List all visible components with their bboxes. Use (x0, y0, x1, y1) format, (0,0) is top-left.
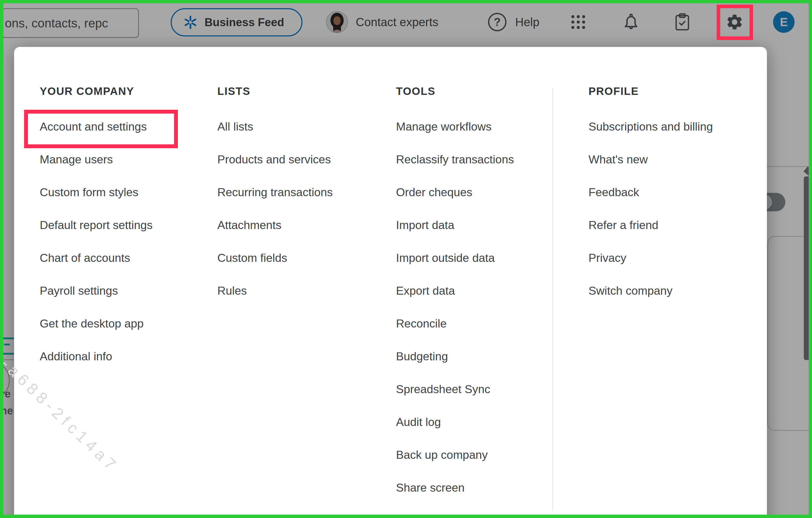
menu-item-share-screen[interactable]: Share screen (396, 471, 514, 504)
menu-item-payroll-settings[interactable]: Payroll settings (40, 274, 152, 307)
menu-item-export-data[interactable]: Export data (396, 274, 514, 307)
menu-item-refer-a-friend[interactable]: Refer a friend (588, 209, 713, 242)
section-title: LISTS (218, 82, 333, 101)
menu-section-lists: LISTS All listsProducts and servicesRecu… (218, 82, 333, 307)
menu-item-recurring-transactions[interactable]: Recurring transactions (218, 176, 333, 209)
menu-item-all-lists[interactable]: All lists (218, 110, 333, 143)
menu-item-list: Account and settingsManage usersCustom f… (40, 110, 152, 373)
menu-item-list: Subscriptions and billingWhat's newFeedb… (588, 110, 713, 307)
menu-item-audit-log[interactable]: Audit log (396, 406, 514, 438)
menu-item-subscriptions-and-billing[interactable]: Subscriptions and billing (588, 110, 713, 143)
menu-item-custom-form-styles[interactable]: Custom form styles (40, 176, 152, 209)
menu-item-feedback[interactable]: Feedback (588, 176, 713, 209)
menu-item-back-up-company[interactable]: Back up company (396, 438, 514, 471)
menu-item-attachments[interactable]: Attachments (218, 209, 333, 242)
menu-item-additional-info[interactable]: Additional info (40, 340, 152, 373)
menu-item-budgeting[interactable]: Budgeting (396, 340, 514, 373)
section-title: PROFILE (588, 82, 713, 101)
section-title: TOOLS (396, 82, 514, 101)
menu-item-products-and-services[interactable]: Products and services (218, 143, 333, 176)
menu-item-reclassify-transactions[interactable]: Reclassify transactions (396, 143, 514, 176)
menu-item-chart-of-accounts[interactable]: Chart of accounts (40, 242, 152, 274)
menu-section-profile: PROFILE Subscriptions and billingWhat's … (588, 82, 713, 307)
menu-item-what-s-new[interactable]: What's new (588, 143, 713, 176)
menu-section-tools: TOOLS Manage workflowsReclassify transac… (396, 82, 514, 504)
menu-item-account-and-settings[interactable]: Account and settings (40, 110, 152, 143)
menu-item-manage-users[interactable]: Manage users (40, 143, 152, 176)
menu-item-order-cheques[interactable]: Order cheques (396, 176, 514, 209)
menu-item-rules[interactable]: Rules (218, 274, 333, 307)
menu-section-your-company: YOUR COMPANY Account and settingsManage … (40, 82, 152, 373)
menu-item-manage-workflows[interactable]: Manage workflows (396, 110, 514, 143)
section-title: YOUR COMPANY (40, 82, 152, 101)
menu-item-reconcile[interactable]: Reconcile (396, 307, 514, 340)
menu-item-list: All listsProducts and servicesRecurring … (218, 110, 333, 307)
menu-item-default-report-settings[interactable]: Default report settings (40, 209, 152, 242)
settings-menu-panel: YOUR COMPANY Account and settingsManage … (14, 47, 767, 518)
menu-item-privacy[interactable]: Privacy (588, 242, 713, 274)
menu-item-custom-fields[interactable]: Custom fields (218, 242, 333, 274)
menu-item-switch-company[interactable]: Switch company (588, 274, 713, 307)
menu-item-import-data[interactable]: Import data (396, 209, 514, 242)
menu-item-import-outside-data[interactable]: Import outside data (396, 242, 514, 274)
menu-item-list: Manage workflowsReclassify transactionsO… (396, 110, 514, 504)
menu-item-spreadsheet-sync[interactable]: Spreadsheet Sync (396, 373, 514, 406)
menu-item-get-the-desktop-app[interactable]: Get the desktop app (40, 307, 152, 340)
section-divider (552, 88, 553, 511)
